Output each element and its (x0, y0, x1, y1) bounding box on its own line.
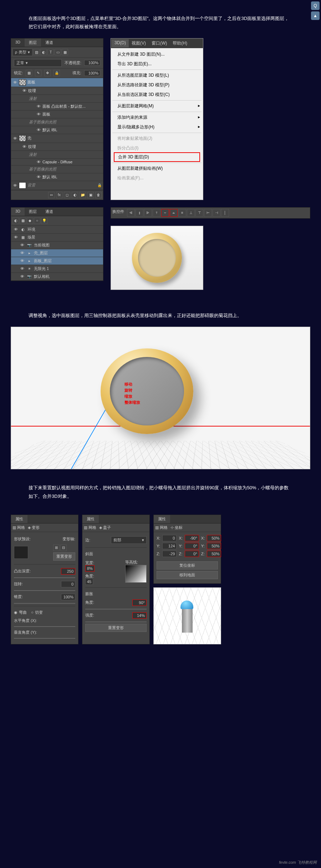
visibility-icon[interactable]: 👁 (36, 160, 41, 164)
strength-input[interactable]: 14% (132, 612, 147, 619)
tab-coords[interactable]: ⊹坐标 (170, 525, 183, 530)
visibility-icon[interactable]: 👁 (20, 243, 25, 247)
visibility-icon[interactable]: 👁 (22, 144, 27, 149)
slider[interactable] (14, 590, 75, 591)
tab-3d[interactable]: 3D (11, 208, 25, 216)
layer-item[interactable]: 👁 面板 凸出材质 - 默认纹... (11, 103, 103, 111)
ring-3d-object[interactable] (101, 348, 193, 434)
tab-mesh[interactable]: ▥网格 (12, 525, 25, 530)
menu-item[interactable]: 从当前选区新建 3D 模型(C) (111, 90, 203, 99)
extrude-depth-input[interactable]: 250 (61, 568, 75, 575)
align-right-icon[interactable]: ⫸ (144, 209, 152, 217)
visibility-icon[interactable]: 👁 (22, 88, 27, 93)
menu-item[interactable]: 从所选路径新建 3D 模型(P) (111, 80, 203, 90)
filter-light-icon[interactable]: 💡 (41, 218, 47, 224)
visibility-icon[interactable]: 👁 (12, 80, 17, 85)
fill-input[interactable]: 100% (84, 70, 100, 76)
visibility-icon[interactable]: 👁 (36, 128, 41, 132)
visibility-icon[interactable]: 👁 (20, 251, 25, 255)
visibility-icon[interactable]: 👁 (20, 266, 25, 271)
width-input[interactable]: 8% (85, 565, 95, 572)
layer-item[interactable]: 👁 纹理 (11, 87, 103, 95)
menu-window-item[interactable]: 窗口(W) (149, 39, 170, 47)
tab-deform[interactable]: ◈变形 (28, 525, 40, 530)
scene-item[interactable]: 👁 ▸ 面板_图层 (11, 257, 103, 265)
slider[interactable] (85, 609, 147, 609)
reset-deform-button[interactable]: 重置变形 (85, 624, 147, 632)
reset-coords-button[interactable]: 复位坐标 (157, 561, 218, 570)
menu-item[interactable]: 从图层新建网格(M) (111, 101, 203, 111)
angle-input[interactable]: 45 (85, 578, 93, 585)
twist-input[interactable]: 0 (61, 581, 75, 587)
layer-item[interactable]: 👁 面板 (11, 111, 103, 118)
distribute-icon[interactable]: ≡ (178, 209, 186, 217)
lock-pixels-icon[interactable]: ✎ (35, 70, 41, 76)
adjustment-icon[interactable]: ◐ (72, 192, 78, 198)
visibility-icon[interactable]: 👁 (36, 112, 41, 116)
tab-properties[interactable]: 属性 (82, 515, 99, 523)
new-layer-icon[interactable]: ▣ (87, 192, 94, 198)
layer-item[interactable]: 👁 纹理 (11, 143, 103, 151)
tab-3d[interactable]: 3D (11, 39, 25, 47)
rot-z-input[interactable]: 0° (185, 551, 199, 557)
visibility-icon[interactable]: 👁 (12, 183, 17, 188)
pos-y-input[interactable]: 124 (162, 543, 177, 549)
filter-scene-icon[interactable]: ▦ (20, 218, 26, 224)
tab-properties[interactable]: 属性 (11, 515, 27, 523)
tab-mesh[interactable]: ▥网格 (155, 525, 168, 530)
shape-preset-thumb[interactable] (14, 546, 28, 559)
menu-item[interactable]: 导出 3D 图层(E)... (111, 59, 203, 69)
tab-channels[interactable]: 通道 (41, 39, 57, 47)
distribute-icon[interactable]: │ (221, 209, 229, 217)
blend-mode-select[interactable]: 正常 ▾ (14, 59, 62, 67)
kind-filter[interactable]: ρ 类型 ▾ (12, 48, 32, 56)
taper-input[interactable]: 100% (61, 594, 75, 600)
align-hcenter-icon[interactable]: ⫿ (136, 209, 143, 217)
tab-properties[interactable]: 属性 (154, 515, 170, 523)
link-icon[interactable]: ⇔ (48, 192, 55, 198)
visibility-icon[interactable]: 👁 (12, 136, 17, 141)
scene-item[interactable]: 👁 ☀ 无限光 1 (11, 265, 103, 273)
scroll-top-button[interactable]: ▲ (311, 11, 320, 20)
bend-radio[interactable]: ◉弯曲 (14, 610, 27, 615)
slider[interactable] (85, 622, 147, 622)
visibility-icon[interactable]: 👁 (36, 175, 41, 179)
inflate-angle-input[interactable]: 90° (132, 599, 147, 606)
shear-radio[interactable]: ○切变 (31, 610, 43, 615)
align-bottom-icon[interactable]: ⫨ (170, 209, 178, 217)
axis-x-icon[interactable]: ⊞ (53, 545, 60, 551)
filter-type-icon[interactable]: T (47, 49, 54, 55)
lock-transparency-icon[interactable]: ▦ (26, 70, 32, 76)
menu-3d-item[interactable]: 3D(D) (112, 39, 129, 47)
snap-ground-button[interactable]: 移到地面 (157, 571, 218, 579)
layer-item[interactable]: 👁 背景 🔒 (11, 181, 103, 190)
menu-item[interactable]: 显示/隐藏多边形(H) (111, 122, 203, 132)
rot-y-input[interactable]: 0° (185, 543, 199, 549)
filter-mesh-icon[interactable]: ◆ (27, 218, 33, 224)
scale-z-input[interactable]: 50% (207, 551, 221, 557)
layer-item[interactable]: 👁 Capsule - Diffuse (11, 159, 103, 165)
layer-item[interactable]: 👁 默认 IBL (11, 126, 103, 134)
lock-all-icon[interactable]: 🔒 (54, 70, 60, 76)
menu-item[interactable]: 从所选图层新建 3D 模型(L) (111, 71, 203, 80)
axis-y-icon[interactable]: ⊟ (60, 545, 67, 551)
tab-layers[interactable]: 图层 (25, 39, 41, 47)
align-top-icon[interactable]: ⫯ (153, 209, 160, 217)
trash-icon[interactable]: 🗑 (95, 192, 102, 198)
slider[interactable] (14, 626, 75, 627)
filter-smart-icon[interactable]: ▦ (62, 49, 68, 55)
align-vcenter-icon[interactable]: ⫟ (161, 209, 169, 217)
scene-item[interactable]: 👁 📷 当前视图 (11, 241, 103, 249)
layer-item[interactable]: 👁 壳 (11, 134, 103, 143)
slider[interactable] (14, 638, 75, 639)
menu-item[interactable]: 从图层新建拼贴绘画(W) (111, 164, 203, 173)
tab-mesh[interactable]: ▥网格 (84, 525, 96, 530)
tab-layers[interactable]: 图层 (25, 208, 41, 216)
visibility-icon[interactable]: 👁 (20, 274, 25, 279)
layer-item[interactable]: 漫射 (11, 151, 103, 159)
filter-adjust-icon[interactable]: ◐ (40, 49, 47, 55)
layer-item[interactable]: 漫射 (11, 95, 103, 103)
filter-pixel-icon[interactable]: ▧ (33, 49, 40, 55)
filter-shape-icon[interactable]: ▭ (55, 49, 61, 55)
lock-position-icon[interactable]: ✥ (44, 70, 51, 76)
